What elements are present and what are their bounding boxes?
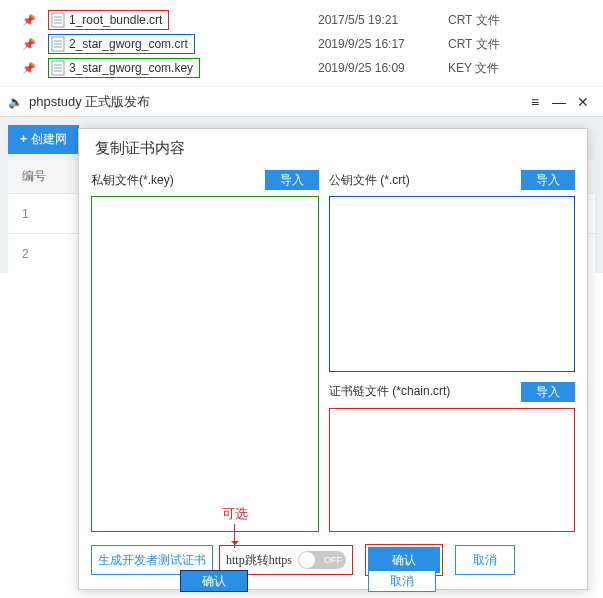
crt-file-textarea[interactable]: [329, 196, 575, 372]
toggle-knob: [299, 552, 315, 568]
dialog-cancel-button[interactable]: 取消: [455, 545, 515, 575]
toggle-state: OFF: [324, 555, 342, 565]
file-row[interactable]: 📌 3_star_gworg_com.key 2019/9/25 16:09 K…: [0, 56, 603, 80]
row-index: 2: [22, 247, 29, 261]
file-box[interactable]: 1_root_bundle.crt: [48, 10, 169, 30]
import-chain-button[interactable]: 导入: [521, 382, 575, 402]
create-label: 创建网: [31, 132, 67, 146]
app-titlebar: 🔈 phpstudy 正式版发布 ≡ — ✕: [0, 86, 603, 116]
file-type: CRT 文件: [448, 36, 500, 53]
annotation-arrow: [234, 524, 235, 548]
file-icon: [51, 36, 65, 52]
file-icon: [51, 60, 65, 76]
file-box[interactable]: 3_star_gworg_com.key: [48, 58, 200, 78]
file-name: 1_root_bundle.crt: [69, 13, 162, 27]
file-row[interactable]: 📌 1_root_bundle.crt 2017/5/5 19:21 CRT 文…: [0, 8, 603, 32]
close-button[interactable]: ✕: [571, 94, 595, 110]
menu-button[interactable]: ≡: [523, 94, 547, 110]
crt-file-label: 公钥文件 (*.crt): [329, 172, 410, 189]
back-cancel-button[interactable]: 取消: [368, 570, 436, 592]
file-type: KEY 文件: [448, 60, 499, 77]
key-file-label: 私钥文件(*.key): [91, 172, 174, 189]
pin-icon: 📌: [0, 14, 48, 27]
file-date: 2019/9/25 16:17: [318, 37, 448, 51]
import-key-button[interactable]: 导入: [265, 170, 319, 190]
annotation-optional: 可选: [222, 505, 248, 523]
chain-file-textarea[interactable]: [329, 408, 575, 532]
speaker-icon: 🔈: [8, 95, 23, 109]
backdrop-buttons: 确认 取消: [180, 570, 436, 592]
pin-icon: 📌: [0, 38, 48, 51]
chain-file-label: 证书链文件 (*chain.crt): [329, 383, 450, 400]
app-title: phpstudy 正式版发布: [29, 93, 523, 111]
file-name: 2_star_gworg_com.crt: [69, 37, 188, 51]
file-list: 📌 1_root_bundle.crt 2017/5/5 19:21 CRT 文…: [0, 0, 603, 80]
file-name: 3_star_gworg_com.key: [69, 61, 193, 75]
pin-icon: 📌: [0, 62, 48, 75]
file-date: 2019/9/25 16:09: [318, 61, 448, 75]
file-box[interactable]: 2_star_gworg_com.crt: [48, 34, 195, 54]
cert-dialog: 复制证书内容 私钥文件(*.key) 导入 公钥文件 (*.crt) 导入: [78, 128, 588, 590]
file-type: CRT 文件: [448, 12, 500, 29]
minimize-button[interactable]: —: [547, 94, 571, 110]
row-index: 1: [22, 207, 29, 221]
dialog-title: 复制证书内容: [79, 129, 587, 168]
file-icon: [51, 12, 65, 28]
file-date: 2017/5/5 19:21: [318, 13, 448, 27]
file-row[interactable]: 📌 2_star_gworg_com.crt 2019/9/25 16:17 C…: [0, 32, 603, 56]
import-crt-button[interactable]: 导入: [521, 170, 575, 190]
plus-icon: +: [20, 132, 27, 146]
key-file-textarea[interactable]: [91, 196, 319, 532]
create-site-button[interactable]: +创建网: [8, 125, 79, 154]
back-confirm-button[interactable]: 确认: [180, 570, 248, 592]
http-jump-label: http跳转https: [226, 552, 292, 569]
http-to-https-toggle[interactable]: OFF: [298, 551, 346, 569]
col-index: 编号: [22, 168, 46, 185]
